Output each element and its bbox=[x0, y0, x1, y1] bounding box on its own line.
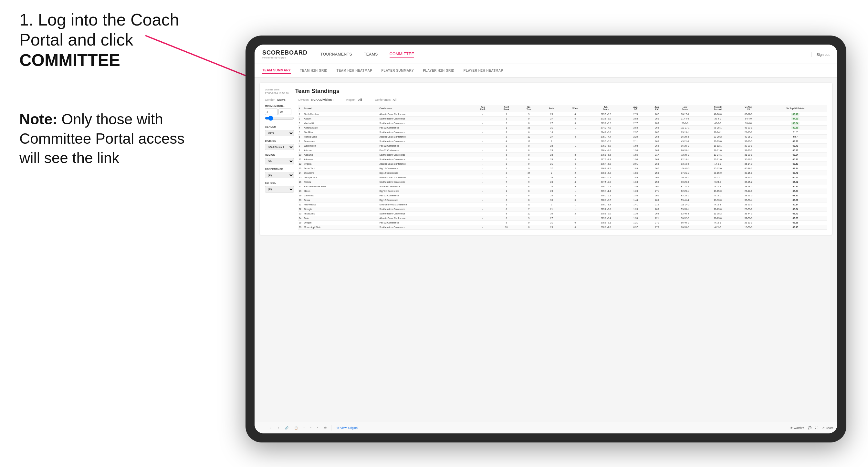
table-row[interactable]: 7 Tennessee Southeastern Conference - 4 … bbox=[298, 139, 827, 144]
table-row[interactable]: 26 Mississippi State Southeastern Confer… bbox=[298, 225, 827, 229]
conf-rank-cell: 5 bbox=[495, 153, 518, 157]
avg-sg-cell: 1.90 bbox=[625, 157, 646, 162]
table-row[interactable]: 22 Georgia Southeastern Conference - 8 7… bbox=[298, 207, 827, 212]
table-row[interactable]: 4 Arizona State Pac-12 Conference - 1 26… bbox=[298, 126, 827, 130]
toolbar-forward[interactable]: → bbox=[267, 425, 273, 431]
subnav-team-h2h-grid[interactable]: TEAM H2H GRID bbox=[300, 67, 327, 74]
avg-sg-cell: 1.85 bbox=[625, 166, 646, 171]
table-row[interactable]: 1 North Carolina Atlantic Coast Conferen… bbox=[298, 112, 827, 117]
nav-committee[interactable]: COMMITTEE bbox=[390, 51, 414, 58]
wins-cell: 1 bbox=[564, 148, 587, 153]
gender-select[interactable]: Men's bbox=[265, 130, 294, 136]
toolbar-copy[interactable]: 📋 bbox=[293, 425, 300, 431]
col-low-score: LowScore bbox=[668, 105, 702, 112]
rank-cell: 4 bbox=[298, 126, 303, 130]
school-select[interactable]: (All) bbox=[265, 186, 294, 192]
vs50-cell: 86.64 bbox=[764, 121, 827, 126]
nav-tournaments[interactable]: TOURNAMENTS bbox=[320, 51, 352, 58]
table-row[interactable]: 10 Alabama Southeastern Conference - 5 8… bbox=[298, 153, 827, 157]
nav-teams[interactable]: TEAMS bbox=[364, 51, 378, 58]
region-select[interactable]: N/A bbox=[265, 158, 294, 164]
subnav-team-summary[interactable]: TEAM SUMMARY bbox=[262, 67, 291, 74]
conference-select[interactable]: (All) bbox=[265, 172, 294, 178]
table-row[interactable]: 21 New Mexico Mountain West Conference -… bbox=[298, 203, 827, 207]
table-row[interactable]: 8 Washington Pac-12 Conference - 2 8 23 … bbox=[298, 144, 827, 148]
table-row[interactable]: 14 Oklahoma Big 12 Conference - 2 24 2 2… bbox=[298, 171, 827, 175]
table-row[interactable]: 5 Ole Miss Southeastern Conference - 3 6… bbox=[298, 130, 827, 135]
conf-rank-cell: 1 bbox=[495, 189, 518, 193]
toolbar-comment[interactable]: 💬 bbox=[808, 426, 811, 430]
conference-cell: Atlantic Coast Conference bbox=[379, 112, 471, 117]
toolbar-back[interactable]: ← bbox=[258, 425, 265, 431]
toolbar-dot2[interactable]: • bbox=[309, 425, 313, 431]
overall-cell: 30-15-0 bbox=[702, 171, 733, 175]
avg-par-cell: 268 bbox=[646, 148, 668, 153]
vs25-cell: 23-24-1 bbox=[733, 175, 764, 180]
min-rounds-slider[interactable] bbox=[265, 116, 294, 121]
vs25-cell: 27-17-1 bbox=[733, 189, 764, 193]
table-row[interactable]: 6 Florida State Atlantic Coast Conferenc… bbox=[298, 135, 827, 139]
table-row[interactable]: 20 Texas Big 12 Conference - 3 8 30 0 27… bbox=[298, 198, 827, 203]
rank-cell: 2 bbox=[298, 117, 303, 121]
school-cell: Arkansas bbox=[303, 157, 379, 162]
min-rounds-min-input[interactable] bbox=[265, 108, 278, 115]
conf-rank-cell: 1 bbox=[495, 112, 518, 117]
rank-cell: 5 bbox=[298, 130, 303, 135]
low-score-cell: 100-27-1 bbox=[668, 126, 702, 130]
subnav-player-h2h-grid[interactable]: PLAYER H2H GRID bbox=[423, 67, 455, 74]
table-row[interactable]: 13 Texas Tech Big 12 Conference - 1 9 27… bbox=[298, 166, 827, 171]
table-row[interactable]: 19 California Pac-12 Conference - 4 8 24… bbox=[298, 193, 827, 198]
reg-rank-cell: - bbox=[471, 130, 495, 135]
subnav-player-summary[interactable]: PLAYER SUMMARY bbox=[381, 67, 414, 74]
col-conf-rank: ConfRank bbox=[495, 105, 518, 112]
subnav-player-h2h-heatmap[interactable]: PLAYER H2H HEATMAP bbox=[464, 67, 503, 74]
table-row[interactable]: 11 Arkansas Southeastern Conference - 6 … bbox=[298, 157, 827, 162]
conference-cell: Southeastern Conference bbox=[379, 117, 471, 121]
toolbar-share[interactable]: ↗ Share bbox=[822, 426, 833, 430]
toolbar-watch[interactable]: 👁 Watch ▾ bbox=[790, 426, 804, 430]
col-vs-top25: Vs Top25 bbox=[733, 105, 764, 112]
conference-cell: Pac-12 Conference bbox=[379, 126, 471, 130]
toolbar-clock[interactable]: ⏱ bbox=[322, 425, 329, 431]
subnav-team-h2h-heatmap[interactable]: TEAM H2H HEATMAP bbox=[337, 67, 372, 74]
conf-rank-cell: 1 bbox=[495, 126, 518, 130]
toolbar-view-original[interactable]: 👁 View: Original bbox=[337, 426, 358, 430]
table-row[interactable]: 25 Oregon Pac-12 Conference - 5 9 21 0 2… bbox=[298, 221, 827, 225]
avg-sg-cell: 2.20 bbox=[625, 135, 646, 139]
adj-score-cell: 273.8 -6.2 bbox=[587, 121, 625, 126]
wins-cell: 0 bbox=[564, 225, 587, 229]
avg-sg-cell: 1.39 bbox=[625, 216, 646, 221]
rnds-cell: 27 bbox=[539, 166, 563, 171]
table-row[interactable]: 23 Texas A&M Southeastern Conference - 9… bbox=[298, 212, 827, 216]
toolbar-up[interactable]: ↑ bbox=[276, 425, 281, 431]
conference-cell: Southeastern Conference bbox=[379, 207, 471, 212]
table-row[interactable]: 16 Florida Southeastern Conference - 7 9… bbox=[298, 180, 827, 184]
toolbar-divider bbox=[331, 425, 332, 431]
table-row[interactable]: 2 Auburn Southeastern Conference - 1 9 2… bbox=[298, 117, 827, 121]
adj-score-cell: 279.2 -3.8 bbox=[587, 207, 625, 212]
sign-out-button[interactable]: Sign out bbox=[817, 53, 830, 57]
min-rounds-max-input[interactable] bbox=[278, 108, 291, 115]
table-row[interactable]: 24 Duke Atlantic Coast Conference - 5 9 … bbox=[298, 216, 827, 221]
toolbar-fullscreen[interactable]: ⛶ bbox=[815, 426, 818, 430]
conf-rank-cell: 6 bbox=[495, 157, 518, 162]
toolbar-dot3[interactable]: • bbox=[316, 425, 320, 431]
no-tour-cell: 8 bbox=[518, 148, 539, 153]
table-row[interactable]: 15 Georgia Tech Atlantic Coast Conferenc… bbox=[298, 175, 827, 180]
table-row[interactable]: 3 Vanderbilt Southeastern Conference - 2… bbox=[298, 121, 827, 126]
avg-par-cell: 264 bbox=[646, 135, 668, 139]
adj-score-cell: 276.9 -3.5 bbox=[587, 166, 625, 171]
table-row[interactable]: 9 Arizona Pac-12 Conference - 3 8 23 1 2… bbox=[298, 148, 827, 153]
table-row[interactable]: 12 Virginia Atlantic Coast Conference - … bbox=[298, 162, 827, 166]
wins-cell: 1 bbox=[564, 203, 587, 207]
conference-cell: Southeastern Conference bbox=[379, 121, 471, 126]
toolbar-link[interactable]: 🔗 bbox=[283, 425, 290, 431]
vs50-cell: 80.91 bbox=[764, 198, 827, 203]
division-select[interactable]: NCAA Division I bbox=[265, 144, 294, 150]
vs50-cell: 68.71 bbox=[764, 139, 827, 144]
adj-score-cell: 276.9 -5.5 bbox=[587, 153, 625, 157]
table-row[interactable]: 17 East Tennessee State Sun Belt Confere… bbox=[298, 184, 827, 189]
toolbar-dot1[interactable]: • bbox=[302, 425, 306, 431]
rnds-cell: 24 bbox=[539, 180, 563, 184]
table-row[interactable]: 18 Illinois Big Ten Conference - 1 8 23 … bbox=[298, 189, 827, 193]
